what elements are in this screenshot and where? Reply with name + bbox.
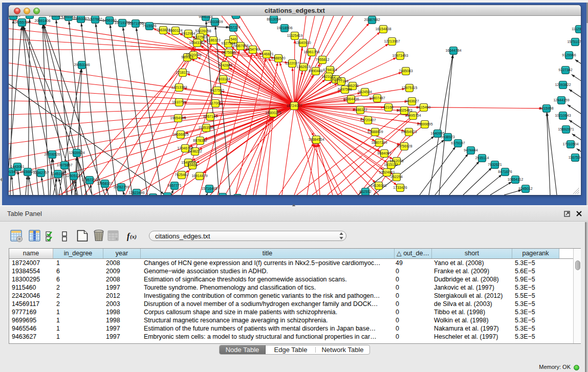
svg-text:9242848: 9242848 [218, 63, 232, 67]
svg-text:10653287: 10653287 [73, 17, 89, 20]
svg-text:12839924: 12839924 [69, 151, 84, 155]
svg-text:12444159: 12444159 [553, 98, 569, 102]
svg-text:13524861: 13524861 [379, 170, 395, 174]
svg-text:16644784: 16644784 [445, 49, 461, 52]
svg-text:7632621: 7632621 [488, 163, 502, 166]
svg-text:17010504: 17010504 [562, 142, 578, 146]
svg-text:11129054: 11129054 [572, 27, 581, 31]
svg-text:62160: 62160 [383, 105, 394, 109]
svg-text:19654965: 19654965 [170, 116, 186, 120]
svg-text:13640910: 13640910 [295, 41, 311, 45]
svg-text:19654923: 19654923 [401, 130, 417, 134]
svg-text:391544: 391544 [9, 170, 17, 173]
svg-text:12823446: 12823446 [128, 191, 144, 194]
svg-text:832552: 832552 [359, 190, 371, 193]
svg-text:10025483: 10025483 [396, 108, 412, 112]
svg-text:12213383: 12213383 [171, 85, 187, 89]
svg-text:7515526: 7515526 [142, 24, 156, 28]
svg-text:16543362: 16543362 [189, 41, 205, 45]
svg-text:16154838: 16154838 [375, 27, 391, 31]
svg-text:15692971: 15692971 [558, 127, 574, 131]
svg-text:9115460: 9115460 [417, 105, 431, 109]
svg-text:6794024: 6794024 [323, 68, 337, 72]
svg-text:15495754: 15495754 [405, 114, 421, 117]
svg-text:10973493: 10973493 [392, 54, 408, 57]
svg-text:9777169: 9777169 [334, 79, 348, 83]
svg-text:19166825: 19166825 [172, 133, 188, 136]
svg-text:16671955: 16671955 [127, 21, 143, 25]
svg-text:9474444: 9474444 [464, 148, 477, 152]
svg-text:20364436: 20364436 [343, 97, 359, 101]
svg-text:7857224: 7857224 [226, 26, 240, 29]
svg-text:8267140: 8267140 [203, 115, 217, 118]
svg-text:12093822: 12093822 [555, 83, 571, 86]
svg-text:252254: 252254 [390, 175, 402, 179]
svg-text:9227342: 9227342 [558, 68, 572, 72]
svg-text:9684067: 9684067 [377, 151, 391, 155]
svg-text:1362615: 1362615 [296, 65, 310, 69]
svg-text:7485083: 7485083 [399, 69, 412, 73]
svg-text:53226058: 53226058 [195, 29, 211, 33]
svg-text:804631: 804631 [230, 16, 242, 16]
svg-text:8427552: 8427552 [210, 89, 224, 92]
svg-text:11353594: 11353594 [199, 126, 214, 129]
svg-text:29367608: 29367608 [232, 44, 248, 48]
svg-text:8215958: 8215958 [539, 106, 553, 110]
svg-text:12505135: 12505135 [66, 174, 81, 178]
svg-text:117006: 117006 [210, 101, 222, 105]
svg-text:546: 546 [230, 37, 236, 41]
svg-text:8660124: 8660124 [168, 29, 182, 32]
svg-text:1167534: 1167534 [569, 156, 581, 159]
svg-text:15720407: 15720407 [360, 118, 376, 122]
svg-text:1433061: 1433061 [160, 194, 174, 195]
svg-text:1895969: 1895969 [9, 16, 20, 17]
svg-text:(x): (x) [130, 233, 137, 240]
svg-text:11958107: 11958107 [97, 182, 113, 185]
svg-text:22420046: 22420046 [185, 53, 201, 57]
svg-text:8813054: 8813054 [267, 17, 280, 21]
svg-text:7625402: 7625402 [175, 173, 188, 177]
svg-text:16782759: 16782759 [113, 185, 129, 189]
svg-text:1733426: 1733426 [393, 186, 407, 189]
svg-text:5938923: 5938923 [441, 135, 454, 139]
svg-text:10975867: 10975867 [56, 163, 72, 167]
svg-text:8498222: 8498222 [188, 149, 202, 153]
svg-text:3624534: 3624534 [358, 90, 372, 94]
svg-text:69469: 69469 [187, 163, 198, 167]
svg-text:1615172: 1615172 [384, 163, 398, 166]
svg-text:12213967: 12213967 [384, 39, 400, 43]
svg-text:9463627: 9463627 [405, 99, 419, 103]
svg-text:1145194: 1145194 [51, 172, 65, 176]
svg-text:12342757: 12342757 [33, 171, 49, 174]
svg-text:17957253: 17957253 [81, 178, 97, 182]
svg-text:1640955: 1640955 [430, 132, 444, 135]
svg-text:1443061: 1443061 [10, 165, 24, 168]
svg-text:10807487: 10807487 [369, 96, 385, 100]
svg-text:8471676: 8471676 [498, 170, 512, 173]
svg-text:8186323: 8186323 [206, 38, 220, 42]
svg-text:9046318: 9046318 [199, 16, 212, 18]
svg-text:16033809: 16033809 [207, 20, 223, 24]
svg-text:15716485: 15716485 [201, 187, 217, 190]
svg-text:19218506: 19218506 [276, 26, 292, 30]
svg-text:1812076: 1812076 [389, 159, 403, 163]
svg-text:7955812: 7955812 [315, 58, 329, 61]
svg-text:9245012: 9245012 [518, 187, 532, 190]
svg-text:1588520: 1588520 [271, 56, 285, 60]
svg-text:10699695: 10699695 [417, 122, 432, 126]
svg-text:11325419: 11325419 [287, 34, 303, 37]
svg-text:1527602: 1527602 [88, 17, 102, 21]
svg-text:20206526: 20206526 [44, 152, 60, 156]
svg-text:20387682: 20387682 [364, 18, 380, 21]
svg-text:8912954: 8912954 [181, 32, 195, 35]
svg-text:7486322: 7486322 [353, 108, 367, 112]
svg-text:1065328: 1065328 [49, 16, 62, 17]
svg-text:8990448: 8990448 [309, 69, 322, 73]
svg-text:15300275: 15300275 [265, 111, 281, 115]
svg-text:12975115: 12975115 [402, 86, 418, 90]
svg-text:8878352: 8878352 [193, 139, 207, 142]
svg-text:10688609: 10688609 [367, 130, 383, 134]
svg-text:3875685: 3875685 [222, 51, 235, 54]
svg-text:16914479: 16914479 [191, 174, 207, 178]
svg-text:15751074: 15751074 [567, 40, 581, 43]
